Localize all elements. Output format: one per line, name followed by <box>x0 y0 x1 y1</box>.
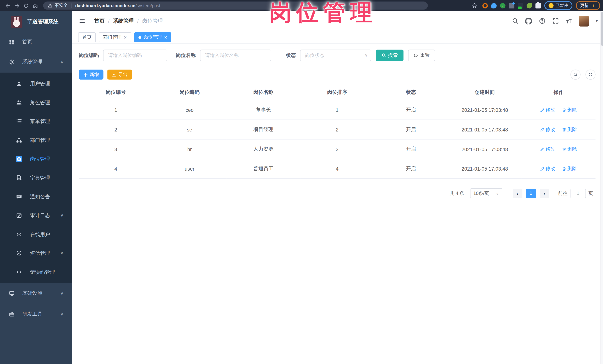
sidebar-item-menus[interactable]: 菜单管理 <box>0 112 72 131</box>
scrollbar-thumb[interactable] <box>601 12 603 46</box>
edit-link[interactable]: 修改 <box>540 107 555 113</box>
breadcrumb-home[interactable]: 首页 <box>94 17 105 24</box>
prev-page-button[interactable]: ‹ <box>513 188 522 198</box>
table-row: 3 hr 人力资源 3 开启 2021-01-05 17:03:48 修改 删除 <box>79 139 596 159</box>
status-text: 开启 <box>374 139 448 159</box>
warning-icon <box>48 3 53 8</box>
post-code-input[interactable] <box>103 50 167 61</box>
goto-page-input[interactable] <box>570 188 586 198</box>
dashboard-icon <box>9 39 15 45</box>
delete-link[interactable]: 删除 <box>562 126 577 133</box>
tab-posts[interactable]: 岗位管理 × <box>134 32 171 42</box>
trash-icon <box>562 127 566 132</box>
refresh-icon <box>414 53 418 58</box>
search-icon <box>573 72 578 77</box>
sidebar-fold-icon[interactable] <box>79 18 86 24</box>
bookmark-star-icon[interactable] <box>470 1 479 10</box>
export-button[interactable]: 导出 <box>107 69 132 79</box>
role-icon <box>16 99 22 106</box>
home-icon[interactable] <box>31 1 40 10</box>
menu-list-icon <box>16 118 22 124</box>
chevron-up-icon: ∧ <box>60 59 63 64</box>
caret-down-icon[interactable]: ▾ <box>596 18 598 23</box>
trash-icon <box>562 167 566 171</box>
status-text: 开启 <box>374 100 448 120</box>
edit-link[interactable]: 修改 <box>540 126 555 133</box>
edit-link[interactable]: 修改 <box>540 165 555 172</box>
url-path: /system/post <box>136 3 160 8</box>
edit-pencil-icon <box>540 147 545 151</box>
sidebar-item-sms[interactable]: 短信管理 ∨ <box>0 244 72 263</box>
sidebar-item-online-users[interactable]: 在线用户 <box>0 225 72 244</box>
tab-departments[interactable]: 部门管理 × <box>99 32 131 42</box>
browser-toolbar: 不安全 dashboard.yudao.iocoder.cn/system/po… <box>0 0 603 11</box>
status-select[interactable]: ∨ <box>300 50 371 61</box>
extension-grid-icon[interactable] <box>509 3 514 8</box>
browser-menu-icon[interactable]: ⋮ <box>592 3 596 8</box>
url-bar[interactable]: 不安全 dashboard.yudao.iocoder.cn/system/po… <box>43 1 428 10</box>
sidebar-item-departments[interactable]: 部门管理 <box>0 131 72 150</box>
dictionary-icon <box>16 175 22 181</box>
extension-crx-icon[interactable] <box>518 3 523 8</box>
pagination: 共 4 条 10条/页 ∨ ‹ 1 › 前往 页 <box>79 188 596 199</box>
app-title: 芋道管理系统 <box>27 18 58 25</box>
sidebar-item-dev-tools[interactable]: 研发工具 ∨ <box>0 304 72 324</box>
extension-sprout-icon[interactable] <box>527 3 532 8</box>
col-actions: 操作 <box>522 85 596 100</box>
tab-home[interactable]: 首页 <box>78 32 96 42</box>
sidebar-item-posts[interactable]: 岗位管理 <box>0 149 72 168</box>
sidebar-item-announcements[interactable]: 通知公告 <box>0 187 72 206</box>
edit-link[interactable]: 修改 <box>540 146 555 153</box>
page-size-select[interactable]: 10条/页 ∨ <box>470 188 502 199</box>
extension-drop-icon[interactable] <box>491 3 497 8</box>
reset-button[interactable]: 重置 <box>408 50 435 61</box>
update-button[interactable]: 更新 ⋮ <box>576 1 600 10</box>
close-icon[interactable]: × <box>124 35 127 40</box>
user-avatar[interactable] <box>579 16 589 26</box>
sms-shield-icon <box>16 250 22 256</box>
github-icon[interactable] <box>525 17 532 24</box>
reload-icon[interactable] <box>22 1 31 10</box>
error-code-icon <box>16 269 22 275</box>
extension-check-icon[interactable]: ✓ <box>500 3 506 8</box>
fullscreen-icon[interactable] <box>552 17 559 24</box>
search-toggle-button[interactable] <box>570 69 580 79</box>
search-button[interactable]: 搜索 <box>376 50 404 61</box>
forward-icon[interactable] <box>12 1 22 10</box>
col-post-code: 岗位编码 <box>153 85 227 100</box>
paused-badge[interactable]: 已暂停 <box>544 1 572 10</box>
audit-log-icon <box>16 212 22 219</box>
page-unit-label: 页 <box>588 190 593 197</box>
refresh-button[interactable] <box>586 69 596 79</box>
trash-icon <box>562 147 566 151</box>
sidebar-item-roles[interactable]: 角色管理 <box>0 93 72 112</box>
sidebar-item-dictionary[interactable]: 字典管理 <box>0 168 72 187</box>
close-icon[interactable]: × <box>164 35 167 40</box>
extensions-puzzle-icon[interactable] <box>535 3 541 8</box>
scrollbar[interactable] <box>600 11 603 364</box>
sidebar-item-audit-log[interactable]: 审计日志 ∨ <box>0 206 72 225</box>
add-button[interactable]: 新增 <box>79 69 104 79</box>
search-icon[interactable] <box>512 17 519 24</box>
breadcrumb-section[interactable]: 系统管理 <box>113 17 134 24</box>
sidebar-item-users[interactable]: 用户管理 <box>0 74 72 93</box>
sidebar-item-infrastructure[interactable]: 基础设施 ∨ <box>0 283 72 304</box>
delete-link[interactable]: 删除 <box>562 146 577 153</box>
sidebar-item-system[interactable]: 系统管理 ∧ <box>0 51 72 73</box>
current-page[interactable]: 1 <box>526 188 536 198</box>
logo[interactable]: 芋道管理系统 <box>0 11 72 33</box>
sidebar-item-home[interactable]: 首页 <box>0 33 72 51</box>
font-size-icon[interactable] <box>566 17 573 24</box>
extension-orange-icon[interactable] <box>482 3 488 8</box>
department-tree-icon <box>16 137 22 143</box>
chevron-down-icon: ∨ <box>60 213 63 218</box>
help-icon[interactable] <box>539 17 546 24</box>
security-label: 不安全 <box>55 3 68 9</box>
delete-link[interactable]: 删除 <box>562 107 577 113</box>
trash-icon <box>562 108 566 112</box>
next-page-button[interactable]: › <box>540 188 549 198</box>
sidebar-item-error-codes[interactable]: 错误码管理 <box>0 263 72 281</box>
post-name-input[interactable] <box>200 50 271 61</box>
delete-link[interactable]: 删除 <box>562 165 577 172</box>
back-icon[interactable] <box>3 1 12 10</box>
